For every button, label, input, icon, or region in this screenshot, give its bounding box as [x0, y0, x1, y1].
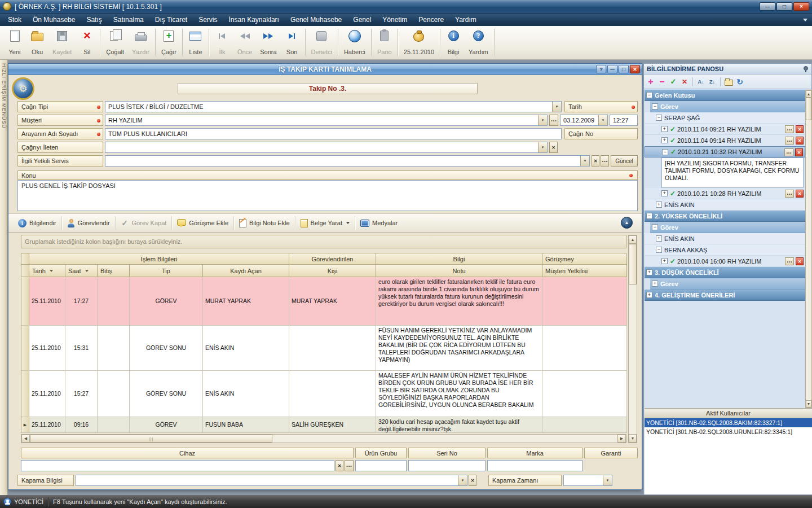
toolbar-button-denetci[interactable]: Denetci — [307, 28, 336, 57]
bilgi-notu-ekle-button[interactable]: Bilgi Notu Ekle — [234, 215, 295, 231]
cihaz-input[interactable] — [21, 460, 334, 471]
seri-no-input[interactable] — [408, 460, 486, 471]
toolbar-button-cagir[interactable]: Çağır — [157, 28, 180, 57]
menu-overflow-icon[interactable] — [803, 19, 807, 21]
tree-item[interactable]: +2010.11.04 09:14 RH YAZILIM — [645, 135, 805, 146]
clear-button[interactable] — [592, 155, 599, 167]
expander[interactable]: − — [656, 115, 662, 121]
more-button[interactable] — [784, 148, 793, 156]
grid-vertical-scrollbar[interactable] — [628, 235, 637, 443]
calendar-dropdown-icon[interactable] — [598, 115, 607, 125]
menu-item-yardim[interactable]: Yardım — [449, 14, 482, 26]
kapama-bilgisi-input[interactable] — [76, 475, 467, 486]
more-button[interactable] — [785, 257, 794, 265]
card-help-button[interactable] — [596, 65, 606, 73]
close-button[interactable] — [793, 2, 809, 11]
gorevlendir-button[interactable]: Görevlendir — [62, 215, 115, 231]
scrollbar-thumb[interactable] — [30, 435, 272, 443]
active-user[interactable]: YÖNETİCİ [301.NB-02.SQL2008.BAKIM:82:332… — [645, 418, 812, 427]
guncel-button[interactable]: Güncel — [611, 155, 638, 167]
expander[interactable]: − — [646, 92, 652, 98]
toolbar-button-ilk[interactable]: İlk — [211, 28, 233, 57]
scroll-up-button[interactable] — [629, 235, 637, 244]
toolbar-button-sonra[interactable]: Sonra — [256, 28, 280, 57]
dropdown-icon[interactable] — [458, 475, 467, 485]
table-row[interactable]: 25.11.2010 09:16 GÖREV FUSUN BABA SALİH … — [21, 417, 626, 433]
gorev-kapat-button[interactable]: Görev Kapat — [116, 215, 172, 231]
scrollbar-thumb[interactable] — [806, 98, 811, 120]
table-row[interactable]: 25.11.2010 15:31 GÖREV SONU ENİS AKIN FÜ… — [21, 326, 626, 371]
musteri-browse-button[interactable] — [549, 115, 558, 126]
dropdown-icon[interactable] — [538, 142, 547, 152]
expander[interactable]: − — [662, 149, 668, 155]
scroll-up-button[interactable] — [806, 90, 811, 98]
expander[interactable]: + — [661, 137, 668, 143]
more-button[interactable] — [785, 137, 794, 144]
expander[interactable]: + — [661, 126, 668, 132]
scrollbar-thumb[interactable] — [629, 244, 637, 284]
card-minimize-button[interactable] — [607, 65, 617, 73]
musteri-input[interactable]: RH YAZILIM — [105, 115, 548, 126]
minimize-button[interactable] — [760, 2, 775, 11]
ilgili-yetkili-servis-input[interactable] — [105, 155, 590, 167]
belge-yarat-button[interactable]: Belge Yarat — [295, 215, 355, 231]
toolbar-button-son[interactable]: Son — [281, 28, 303, 57]
filter-icon[interactable] — [50, 270, 53, 272]
menu-item-stok[interactable]: Stok — [2, 14, 27, 26]
more-button[interactable] — [785, 190, 794, 198]
arayan-input[interactable]: TÜM PLUS KULLANICILARI — [105, 128, 562, 139]
scroll-right-button[interactable] — [617, 435, 626, 443]
tree-band-gelistirme-onerileri[interactable]: +4. GELİŞTİRME ÖNERİLERİ — [645, 290, 805, 301]
refresh-icon[interactable] — [735, 77, 745, 87]
garanti-header[interactable]: Garanti — [584, 448, 638, 458]
scroll-down-button[interactable] — [629, 434, 637, 443]
column-header-musteri-yetkilisi[interactable]: Müşteri Yetkilisi — [542, 265, 627, 277]
toolbar-button-cogalt[interactable]: Çoğalt — [102, 28, 128, 57]
expander[interactable]: + — [661, 258, 668, 264]
marka-header[interactable]: Marka — [487, 448, 582, 458]
sort-descending-icon[interactable] — [707, 77, 717, 87]
band-bilgi[interactable]: Bilgi — [376, 253, 542, 265]
tree-band-dusuk-oncelikli[interactable]: +3. DÜŞÜK ÖNCELİKLİ — [645, 267, 805, 278]
column-header-tip[interactable]: Tip — [130, 265, 203, 277]
seri-no-header[interactable]: Seri No — [408, 448, 486, 458]
medyalar-button[interactable]: Medyalar — [355, 215, 403, 231]
group-by-bar[interactable]: Gruplamak istediğiniz kolon başlığını bu… — [21, 235, 626, 248]
column-header-notu[interactable]: Notu — [376, 265, 542, 277]
urun-grubu-input[interactable] — [355, 460, 407, 471]
band-gorevlendirilen[interactable]: Görevlendirilen — [289, 253, 376, 265]
delete-button[interactable] — [796, 137, 804, 144]
scroll-left-button[interactable] — [21, 435, 30, 443]
toolbar-button-bilgi[interactable]: Bilgi — [442, 28, 465, 57]
collapse-panel-button[interactable] — [621, 217, 633, 229]
expander[interactable]: − — [656, 247, 662, 253]
maximize-button[interactable] — [776, 2, 792, 11]
menu-item-yonetim[interactable]: Yönetim — [377, 14, 413, 26]
tree-band-yuksek-oncelikli[interactable]: −2. YÜKSEK ÖNCELİKLİ — [645, 211, 805, 222]
toolbar-button-liste[interactable]: Liste — [184, 28, 207, 57]
column-header-kisi[interactable]: Kişi — [289, 265, 376, 277]
expander[interactable]: − — [652, 103, 658, 110]
tree-node-berna-akkas[interactable]: −BERNA AKKAŞ — [645, 244, 805, 256]
table-row[interactable]: 25.11.2010 17:27 GÖREV MURAT YAPRAK MURA… — [21, 277, 626, 326]
accept-icon[interactable] — [668, 77, 678, 87]
marka-input[interactable] — [487, 460, 582, 471]
tree-node-serap-sag[interactable]: −SERAP ŞAĞ — [645, 112, 805, 124]
menu-item-on-muhasebe[interactable]: Ön Muhasebe — [27, 14, 81, 26]
bilgilendir-button[interactable]: Bilgilendir — [13, 215, 61, 231]
row-selector[interactable] — [21, 277, 29, 326]
column-header-saat[interactable]: Saat — [65, 265, 98, 277]
panel-scrollbar[interactable] — [805, 90, 812, 408]
clear-button[interactable] — [469, 475, 476, 486]
band-islem-bilgileri[interactable]: İşlem Bilgileri — [29, 253, 289, 265]
active-user[interactable]: YÖNETİCİ [301.NB-02.SQL2008.URUNLER:82:3… — [645, 427, 812, 436]
tree-item[interactable]: +2010.10.21 10:28 RH YAZILIM — [645, 188, 805, 199]
menu-item-servis[interactable]: Servis — [193, 14, 223, 26]
panel-header[interactable]: BİLGİLENDİRME PANOSU — [644, 64, 811, 75]
row-selector[interactable] — [21, 371, 29, 417]
clear-button[interactable] — [336, 460, 343, 471]
card-close-button[interactable] — [630, 65, 640, 73]
tree-item[interactable]: +2010.11.04 09:21 RH YAZILIM — [645, 124, 805, 135]
menu-item-satis[interactable]: Satış — [81, 14, 107, 26]
dropdown-icon[interactable] — [580, 156, 589, 166]
